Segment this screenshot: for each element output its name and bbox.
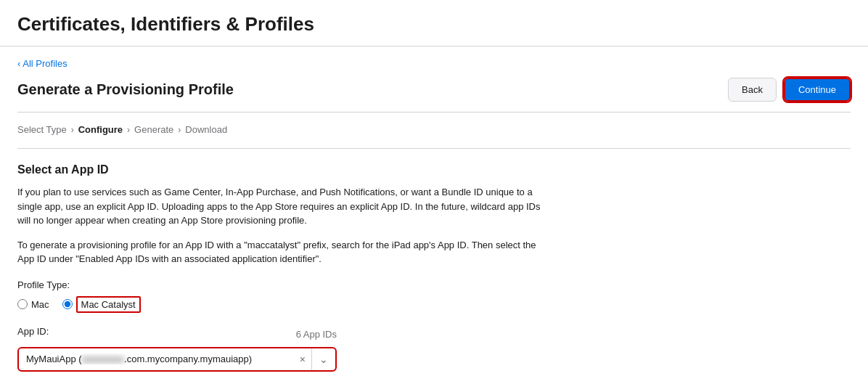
app-id-dropdown[interactable]: MyMauiApp (xxxxxxxxx.com.mycompany.mymau… bbox=[17, 347, 337, 372]
breadcrumb-select-type: Select Type bbox=[17, 124, 67, 135]
description-text-2: To generate a provisioning profile for a… bbox=[17, 238, 554, 266]
app-id-value: MyMauiApp (xxxxxxxxx.com.mycompany.mymau… bbox=[19, 354, 294, 364]
bundle-id-blurred: xxxxxxxxx bbox=[82, 354, 125, 364]
breadcrumb-sep-1: › bbox=[71, 125, 74, 135]
radio-mac-catalyst-label: Mac Catalyst bbox=[76, 296, 141, 313]
radio-group: Mac Mac Catalyst bbox=[17, 296, 851, 313]
app-id-label: App ID: bbox=[17, 326, 49, 337]
breadcrumb-sep-2: › bbox=[127, 125, 130, 135]
app-id-clear-button[interactable]: × bbox=[294, 348, 312, 370]
breadcrumb-configure: Configure bbox=[78, 124, 123, 135]
breadcrumb-download: Download bbox=[185, 124, 227, 135]
select-app-id-title: Select an App ID bbox=[17, 163, 851, 176]
app-id-count: 6 App IDs bbox=[296, 329, 337, 340]
description-text-1: If you plan to use services such as Game… bbox=[17, 185, 554, 228]
back-button[interactable]: Back bbox=[728, 78, 777, 102]
all-profiles-link[interactable]: All Profiles bbox=[17, 58, 67, 69]
header-buttons: Back Continue bbox=[728, 78, 851, 102]
radio-mac-catalyst-option[interactable]: Mac Catalyst bbox=[62, 296, 141, 313]
radio-mac-label: Mac bbox=[31, 299, 49, 310]
section-title: Generate a Provisioning Profile bbox=[17, 81, 234, 98]
page-title: Certificates, Identifiers & Profiles bbox=[17, 13, 851, 36]
continue-button[interactable]: Continue bbox=[784, 78, 851, 102]
radio-mac-input[interactable] bbox=[17, 299, 28, 309]
breadcrumb-sep-3: › bbox=[178, 125, 181, 135]
app-id-chevron-icon[interactable]: ⌄ bbox=[312, 348, 335, 370]
breadcrumb: Select Type › Configure › Generate › Dow… bbox=[17, 113, 851, 148]
breadcrumb-generate: Generate bbox=[134, 124, 173, 135]
radio-mac-option[interactable]: Mac bbox=[17, 299, 49, 310]
radio-mac-catalyst-input[interactable] bbox=[62, 299, 73, 309]
profile-type-label: Profile Type: bbox=[17, 279, 851, 290]
